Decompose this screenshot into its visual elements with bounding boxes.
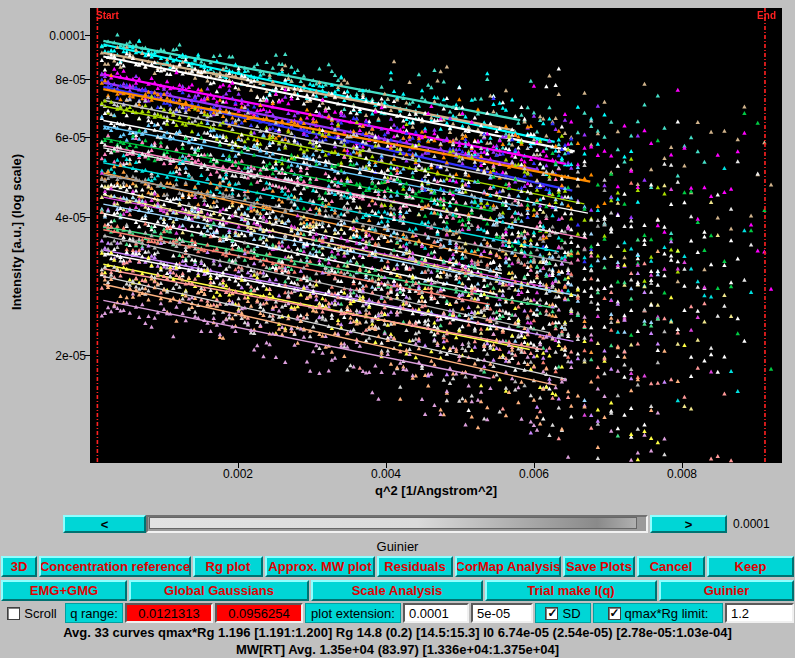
q-max-field[interactable]: 0.0956254	[215, 603, 303, 623]
rg-plot-button[interactable]: Rg plot	[193, 556, 263, 577]
q-range-label: q range:	[65, 603, 123, 623]
plot-scrollbar-thumb[interactable]	[149, 517, 637, 529]
y-tick-mark	[85, 217, 90, 218]
status-line-1: Avg. 33 curves qmax*Rg 1.196 [1.191:1.20…	[0, 625, 795, 640]
x-tick-mark	[534, 463, 535, 468]
x-tick-label: 0.006	[504, 467, 564, 481]
q-min-field[interactable]: 0.0121313	[125, 603, 213, 623]
x-tick-label: 0.004	[356, 467, 416, 481]
scroll-right-button[interactable]: >	[650, 515, 727, 533]
global-gaussians-button[interactable]: Global Gaussians	[129, 580, 309, 601]
y-tick-label: 6e-05	[28, 131, 86, 145]
emg-gmg-button[interactable]: EMG+GMG	[1, 580, 127, 601]
y-tick-mark	[85, 35, 90, 36]
keep-button[interactable]: Keep	[707, 556, 794, 577]
guinier-button[interactable]: Guinier	[659, 580, 794, 601]
x-axis-label: q^2 [1/Angstrom^2]	[90, 483, 782, 498]
start-cursor-label: Start	[96, 10, 119, 21]
cormap-analysis-button[interactable]: CorMap Analysis	[455, 556, 561, 577]
sd-checkbox[interactable]	[545, 607, 558, 620]
trial-make-iq-button[interactable]: Trial make I(q)	[485, 580, 657, 601]
scrollbar-value: 0.0001	[733, 517, 770, 531]
plot-extension-input-2[interactable]: 5e-05	[471, 603, 533, 623]
residuals-button[interactable]: Residuals	[377, 556, 453, 577]
scroll-left-button[interactable]: <	[63, 515, 146, 533]
plot-canvas[interactable]	[90, 8, 782, 463]
x-tick-mark	[386, 463, 387, 468]
plot-scrollbar-track[interactable]	[146, 515, 648, 533]
x-tick-mark	[682, 463, 683, 468]
plot-extension-label: plot extension:	[305, 603, 401, 623]
y-tick-label: 2e-05	[28, 349, 86, 363]
y-tick-label: 0.0001	[28, 29, 86, 43]
qmax-rg-limit-label: qmax*Rg limit:	[625, 606, 709, 621]
x-tick-label: 0.002	[208, 467, 268, 481]
save-plots-button[interactable]: Save Plots	[563, 556, 635, 577]
end-cursor-label: End	[757, 10, 776, 21]
scroll-toggle[interactable]: Scroll	[1, 603, 63, 623]
qmax-rg-limit-input[interactable]: 1.2	[725, 603, 794, 623]
approx-mw-plot-button[interactable]: Approx. MW plot	[265, 556, 375, 577]
y-tick-mark	[85, 355, 90, 356]
cancel-button[interactable]: Cancel	[637, 556, 705, 577]
scroll-label: Scroll	[24, 606, 57, 621]
y-axis-label: Intensity [a.u.] (log scale)	[9, 154, 24, 310]
y-tick-label: 8e-05	[28, 73, 86, 87]
plot-extension-input[interactable]: 0.0001	[403, 603, 469, 623]
y-tick-mark	[85, 137, 90, 138]
3d-button[interactable]: 3D	[1, 556, 37, 577]
toolbar-row-2: EMG+GMG Global Gaussians Scale Analysis …	[1, 580, 794, 601]
concentration-reference-button[interactable]: Concentration reference	[39, 556, 191, 577]
sd-toggle[interactable]: SD	[535, 603, 591, 623]
y-tick-label: 4e-05	[28, 211, 86, 225]
status-line-2: MW[RT] Avg. 1.35e+04 (83.97) [1.336e+04:…	[0, 642, 795, 657]
scale-analysis-button[interactable]: Scale Analysis	[311, 580, 483, 601]
sd-label: SD	[562, 606, 580, 621]
mode-title: Guinier	[0, 539, 795, 554]
x-tick-label: 0.008	[652, 467, 712, 481]
guinier-analysis-window: Start End Intensity [a.u.] (log scale) q…	[0, 0, 795, 658]
scroll-checkbox[interactable]	[7, 607, 20, 620]
guinier-plot[interactable]: Start End	[90, 8, 782, 463]
qmax-rg-limit-toggle[interactable]: qmax*Rg limit:	[593, 603, 723, 623]
controls-row: Scroll q range: 0.0121313 0.0956254 plot…	[1, 603, 794, 623]
x-tick-mark	[238, 463, 239, 468]
qmax-rg-limit-checkbox[interactable]	[608, 607, 621, 620]
y-tick-mark	[85, 79, 90, 80]
toolbar-row-1: 3D Concentration reference Rg plot Appro…	[1, 556, 794, 577]
